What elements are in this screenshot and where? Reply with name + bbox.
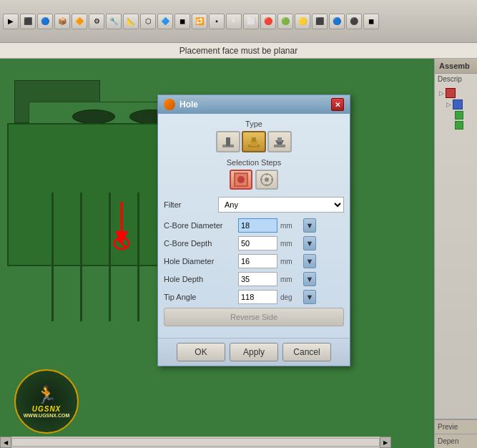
tree-item-child-3[interactable] (438, 120, 474, 130)
scroll-right-btn[interactable]: ▶ (380, 437, 391, 448)
toolbar-btn-3[interactable]: 🔵 (37, 14, 53, 29)
type-btn-csink[interactable] (267, 131, 292, 152)
sidebar-assembly-label: Assemb (435, 59, 477, 74)
toolbar-btn-2[interactable]: ⬛ (20, 14, 36, 29)
sel-btn-position[interactable] (255, 170, 278, 190)
dialog-close-button[interactable]: ✕ (331, 98, 344, 111)
toolbar-btn-21[interactable]: ⚫ (346, 14, 362, 29)
h-scrollbar: ◀ ▶ (0, 437, 391, 448)
toolbar-btn-14[interactable]: ◽ (226, 14, 242, 29)
svg-rect-5 (226, 137, 230, 146)
cancel-button[interactable]: Cancel (282, 343, 331, 361)
svg-rect-8 (252, 137, 256, 142)
tree-node-icon-2 (455, 111, 463, 120)
svg-point-15 (265, 177, 269, 182)
param-row-0: C-Bore Diameter mm ▼ (164, 218, 344, 233)
param-label-2: Hole Diameter (164, 257, 235, 266)
param-spinner-0[interactable]: ▼ (303, 218, 316, 233)
param-unit-3: mm (280, 276, 300, 283)
param-spinner-3[interactable]: ▼ (303, 272, 316, 286)
toolbar-btn-11[interactable]: ◼ (174, 14, 190, 29)
filter-select[interactable]: Any (218, 197, 344, 213)
param-spinner-1[interactable]: ▼ (303, 236, 316, 250)
toolbar-btn-8[interactable]: 📐 (123, 14, 139, 29)
logo-overlay: 🏃 UGSNX WWW.UGSNX.COM (14, 369, 79, 434)
toolbar-btn-16[interactable]: 🔴 (260, 14, 276, 29)
status-bar: Placement face must be planar (0, 43, 477, 59)
param-row-2: Hole Diameter mm ▼ (164, 254, 344, 268)
param-row-4: Tip Angle deg ▼ (164, 290, 344, 304)
tree-node-icon-1 (453, 99, 463, 109)
svg-rect-9 (274, 145, 285, 147)
param-spinner-2[interactable]: ▼ (303, 254, 316, 268)
param-unit-0: mm (280, 222, 300, 230)
tree-item-child-2[interactable] (438, 110, 474, 120)
ok-button[interactable]: OK (177, 343, 225, 361)
tree-expand-icon: ▷ (439, 89, 444, 97)
toolbar-btn-22[interactable]: ◼ (363, 14, 379, 29)
param-unit-2: mm (280, 258, 300, 266)
tree-item-root[interactable]: ▷ (438, 87, 474, 99)
svg-rect-11 (277, 137, 282, 142)
param-input-4[interactable] (238, 290, 277, 304)
sidebar-bottom: Previe Depen (435, 419, 477, 448)
tree-node-icon (446, 88, 456, 98)
toolbar-btn-18[interactable]: 🟡 (295, 14, 310, 29)
svg-point-13 (237, 176, 245, 183)
type-btn-cbore[interactable] (242, 131, 266, 152)
params-container: C-Bore Diameter mm ▼ C-Bore Depth mm ▼ (164, 218, 344, 304)
dialog-overlay: Hole ✕ Type (157, 94, 350, 366)
tree-item-child-1[interactable]: ▷ (438, 99, 474, 110)
scroll-left-btn[interactable]: ◀ (0, 437, 11, 448)
main-area: 🏃 UGSNX WWW.UGSNX.COM Hole ✕ Type (0, 59, 477, 448)
toolbar-btn-4[interactable]: 📦 (54, 14, 70, 29)
filter-label: Filter (164, 200, 214, 209)
param-row-1: C-Bore Depth mm ▼ (164, 236, 344, 250)
right-sidebar: Assemb Descrip ▷ ▷ Previe Depen (434, 59, 477, 448)
toolbar-btn-12[interactable]: 🔁 (192, 14, 207, 29)
toolbar-btn-20[interactable]: 🔵 (329, 14, 345, 29)
param-input-1[interactable] (238, 236, 277, 250)
toolbar-btn-7[interactable]: 🔧 (106, 14, 122, 29)
toolbar-btn-10[interactable]: 🔷 (157, 14, 173, 29)
tree-expand-child-1: ▷ (446, 101, 451, 108)
toolbar-btn-13[interactable]: ▪ (209, 14, 225, 29)
arrow-indicator (111, 202, 132, 257)
logo-text-main: UGSNX (32, 405, 62, 413)
toolbar-btn-19[interactable]: ⬛ (312, 14, 328, 29)
param-label-1: C-Bore Depth (164, 239, 235, 248)
status-message: Placement face must be planar (180, 46, 297, 56)
cad-viewport[interactable]: 🏃 UGSNX WWW.UGSNX.COM Hole ✕ Type (0, 59, 434, 448)
param-spinner-4[interactable]: ▼ (303, 290, 316, 304)
sel-btn-face[interactable] (230, 170, 252, 190)
scroll-track[interactable] (11, 438, 380, 447)
toolbar-btn-1[interactable]: ▶ (3, 14, 19, 29)
toolbar-btn-15[interactable]: ⬜ (243, 14, 259, 29)
selection-buttons (164, 170, 344, 190)
param-input-3[interactable] (238, 272, 277, 286)
svg-line-3 (117, 238, 127, 248)
vertical-line-1 (51, 193, 54, 321)
toolbar-btn-6[interactable]: ⚙ (89, 14, 104, 29)
toolbar-btn-9[interactable]: ⬡ (140, 14, 156, 29)
sidebar-preview-label: Previe (435, 419, 477, 434)
dialog-icon (164, 99, 175, 110)
apply-button[interactable]: Apply (230, 343, 278, 361)
toolbar-btn-5[interactable]: 🔶 (72, 14, 87, 29)
param-unit-1: mm (280, 240, 300, 248)
param-input-2[interactable] (238, 254, 277, 268)
filter-row: Filter Any (164, 197, 344, 213)
param-label-3: Hole Depth (164, 275, 235, 283)
param-row-3: Hole Depth mm ▼ (164, 272, 344, 286)
selection-steps-label: Selection Steps (164, 158, 344, 167)
reverse-side-button[interactable]: Reverse Side (164, 308, 344, 326)
param-input-0[interactable] (238, 218, 277, 233)
sidebar-description-label: Descrip (435, 74, 477, 84)
dialog-footer: OK Apply Cancel (158, 338, 350, 366)
tree-node-icon-3 (455, 121, 463, 130)
toolbar-btn-17[interactable]: 🟢 (277, 14, 293, 29)
param-unit-4: deg (280, 293, 300, 301)
type-btn-simple[interactable] (216, 131, 240, 152)
sidebar-tree: ▷ ▷ (435, 84, 477, 133)
hole-dialog: Hole ✕ Type (157, 94, 350, 366)
